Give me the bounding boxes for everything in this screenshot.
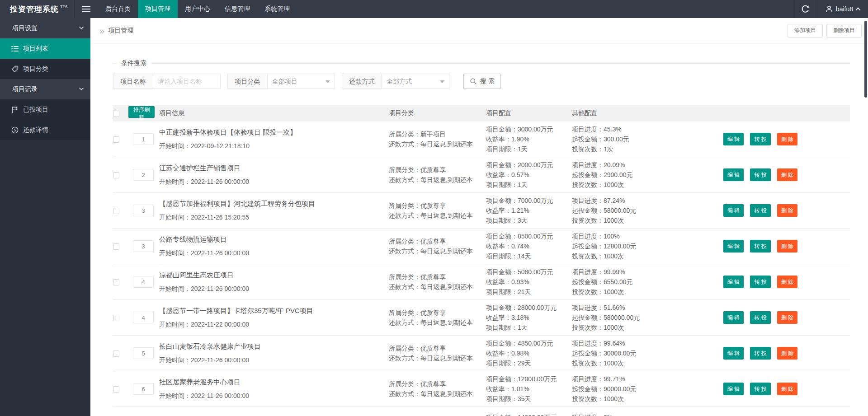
- delete-project-button[interactable]: 删除项目: [826, 24, 862, 37]
- edit-button[interactable]: 编 辑: [723, 383, 744, 395]
- project-amount: 项目金额：4850.00万元: [486, 338, 567, 348]
- search-button-label: 搜 索: [480, 77, 495, 85]
- sidebar-toggle-button[interactable]: [75, 0, 98, 18]
- sidebar-item-label: 项目分类: [23, 65, 48, 73]
- page-title: 项目管理: [108, 27, 133, 35]
- delete-button[interactable]: 删 除: [777, 311, 797, 324]
- breadcrumb-arrow-icon: »: [99, 26, 104, 35]
- row-checkbox[interactable]: [113, 315, 119, 321]
- min-investment: 起投金额：6550.00元: [572, 277, 719, 287]
- repay-method-group: 还款方式 全部方式: [342, 74, 449, 89]
- selected-repay-method: 全部方式: [382, 78, 416, 85]
- vertical-scrollbar[interactable]: [864, 21, 867, 98]
- delete-button[interactable]: 删 除: [777, 276, 797, 288]
- refresh-button[interactable]: [793, 0, 817, 18]
- table-row: 中正建投新手体验项目【体验项目 限投一次】 开始时间：2022-09-12 21…: [113, 122, 850, 157]
- project-amount: 项目金额：5080.00万元: [486, 267, 567, 277]
- sidebar-item-project-list[interactable]: 项目列表: [0, 38, 90, 59]
- yield-rate: 收益率：0.74%: [486, 241, 567, 251]
- sidebar-item-project-settings[interactable]: 项目设置: [0, 18, 90, 38]
- nav-tab-projects[interactable]: 项目管理: [138, 0, 178, 18]
- sort-order-input[interactable]: [133, 347, 154, 359]
- nav-tab-label: 系统管理: [264, 5, 290, 13]
- nav-tab-users[interactable]: 用户中心: [178, 0, 217, 18]
- project-progress: 项目进度：100%: [572, 231, 719, 241]
- delete-button[interactable]: 删 除: [777, 383, 797, 395]
- edit-button[interactable]: 编 辑: [723, 311, 744, 324]
- edit-button[interactable]: 编 辑: [723, 204, 744, 217]
- delete-button[interactable]: 删 除: [777, 347, 797, 360]
- project-start-time: 开始时间：2022-11-26 00:00:00: [159, 248, 384, 258]
- edit-button[interactable]: 编 辑: [723, 347, 744, 360]
- edit-button[interactable]: 编 辑: [723, 168, 744, 181]
- project-category: 所属分类：优质尊享: [389, 308, 481, 318]
- row-checkbox[interactable]: [113, 136, 119, 143]
- sidebar-item-repayment-details[interactable]: $ 还款详情: [0, 120, 90, 140]
- app-title: 投资管理系统: [10, 4, 59, 14]
- search-legend: 条件搜索: [117, 59, 151, 67]
- sort-refresh-button[interactable]: 排序刷新: [128, 106, 155, 118]
- sort-order-input[interactable]: [133, 383, 154, 395]
- project-title: 中正建投新手体验项目【体验项目 限投一次】: [159, 128, 384, 137]
- breadcrumb-bar: » 项目管理 添加项目 删除项目: [90, 18, 868, 43]
- nav-tab-home[interactable]: 后台首页: [98, 0, 138, 18]
- repay-method-select[interactable]: 全部方式: [382, 74, 449, 89]
- nav-tab-label: 信息管理: [225, 5, 250, 13]
- transfer-button[interactable]: 转 投: [750, 240, 770, 252]
- project-category: 所属分类：优质尊享: [389, 201, 481, 210]
- list-icon: [11, 46, 19, 52]
- chevron-down-icon: [440, 80, 444, 83]
- sort-order-input[interactable]: [133, 169, 154, 181]
- project-progress: 项目进度：99.99%: [572, 267, 719, 277]
- sidebar-item-project-records[interactable]: 项目记录: [0, 79, 90, 99]
- sort-order-input[interactable]: [133, 312, 154, 323]
- sidebar-item-project-category[interactable]: 项目分类: [0, 59, 90, 79]
- row-checkbox[interactable]: [113, 208, 119, 214]
- row-checkbox[interactable]: [113, 172, 119, 178]
- sort-order-input[interactable]: [133, 240, 154, 252]
- transfer-button[interactable]: 转 投: [750, 204, 770, 217]
- transfer-button[interactable]: 转 投: [750, 276, 770, 288]
- project-amount: 项目金额：2000.00万元: [486, 160, 567, 170]
- project-name-input[interactable]: [153, 74, 220, 89]
- row-checkbox[interactable]: [113, 279, 119, 285]
- table-row: 长白山麦饭石冷泉水健康产业项目 开始时间：2022-11-26 00:00:00…: [113, 336, 850, 371]
- project-progress: 项目进度：20.09%: [572, 160, 719, 170]
- transfer-button[interactable]: 转 投: [750, 347, 770, 360]
- edit-button[interactable]: 编 辑: [723, 133, 744, 145]
- transfer-button[interactable]: 转 投: [750, 168, 770, 181]
- delete-button[interactable]: 删 除: [777, 133, 797, 145]
- project-duration: 项目期限：3天: [486, 215, 567, 225]
- yield-rate: 收益率：0.57%: [486, 170, 567, 180]
- sort-order-input[interactable]: [133, 205, 154, 216]
- sidebar-item-label: 已投项目: [23, 106, 48, 114]
- sort-order-input[interactable]: [133, 133, 154, 145]
- chevron-down-icon: [79, 25, 84, 29]
- transfer-button[interactable]: 转 投: [750, 133, 770, 145]
- project-category-select[interactable]: 全部项目: [267, 74, 335, 89]
- delete-button[interactable]: 删 除: [777, 204, 797, 217]
- row-checkbox[interactable]: [113, 386, 119, 393]
- edit-button[interactable]: 编 辑: [723, 276, 744, 288]
- sidebar-item-invested-projects[interactable]: 已投项目: [0, 99, 90, 120]
- delete-button[interactable]: 删 除: [777, 168, 797, 181]
- project-amount: 项目金额：7000.00万元: [486, 196, 567, 206]
- min-investment: 起投金额：58000.00元: [572, 206, 719, 215]
- nav-tab-info[interactable]: 信息管理: [217, 0, 257, 18]
- transfer-button[interactable]: 转 投: [750, 311, 770, 324]
- user-menu[interactable]: baifu8: [817, 0, 868, 18]
- select-all-checkbox[interactable]: [113, 111, 119, 117]
- chevron-down-icon: [326, 80, 330, 83]
- sort-order-input[interactable]: [133, 276, 154, 288]
- add-project-button[interactable]: 添加项目: [788, 24, 823, 37]
- row-checkbox[interactable]: [113, 351, 119, 357]
- row-checkbox[interactable]: [113, 243, 119, 250]
- repay-method: 还款方式：每日返息,到期还本: [389, 175, 481, 185]
- repay-method-label: 还款方式: [342, 74, 382, 89]
- edit-button[interactable]: 编 辑: [723, 240, 744, 252]
- delete-button[interactable]: 删 除: [777, 240, 797, 252]
- nav-tab-system[interactable]: 系统管理: [257, 0, 297, 18]
- search-button[interactable]: 搜 索: [463, 74, 501, 89]
- project-progress: 项目进度：99.64%: [572, 338, 719, 348]
- transfer-button[interactable]: 转 投: [750, 383, 770, 395]
